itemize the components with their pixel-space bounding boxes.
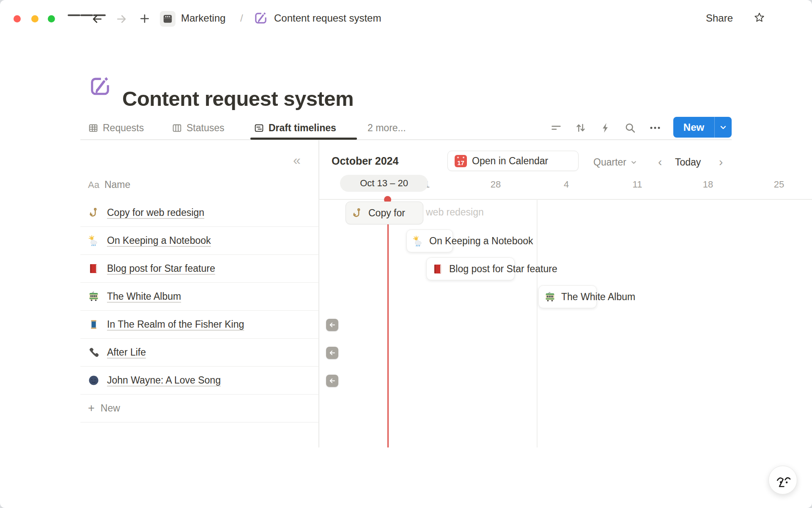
timeline-view-icon — [254, 123, 264, 133]
workspace-icon[interactable] — [160, 11, 176, 27]
thread-emoji-icon — [88, 319, 99, 330]
ai-face-icon — [774, 471, 792, 489]
timeline-card-the-white-album[interactable]: The White Album — [538, 285, 597, 308]
tab-more-views[interactable]: 2 more... — [368, 120, 406, 136]
plus-icon: + — [88, 403, 95, 414]
new-button-label[interactable]: New — [673, 117, 714, 138]
close-window-button[interactable] — [14, 15, 21, 22]
timeline-bar-copy-for-web-redesign[interactable]: Copy for — [346, 202, 423, 224]
tram-emoji-icon — [544, 291, 556, 303]
new-tab-plus-icon[interactable] — [139, 13, 151, 25]
breadcrumb-page[interactable]: Content request system — [274, 12, 381, 24]
board-view-icon — [172, 123, 182, 133]
arrow-left-icon — [328, 377, 336, 385]
red-book-emoji-icon — [88, 263, 99, 274]
grid-top-border — [319, 199, 812, 200]
name-column-header[interactable]: Name — [104, 179, 130, 190]
table-row[interactable]: On Keeping a Notebook — [80, 227, 318, 255]
breadcrumb-separator: / — [240, 12, 243, 24]
marketing-tile-icon — [162, 13, 173, 25]
new-button-dropdown[interactable] — [714, 117, 732, 138]
tab-requests[interactable]: Requests — [88, 120, 144, 136]
today-line — [387, 199, 389, 447]
arrow-left-icon — [328, 321, 336, 329]
chevron-down-icon — [630, 158, 638, 166]
timeline-zoom-select[interactable]: Quarter — [593, 157, 638, 168]
week-label: 11 — [625, 177, 650, 192]
timeline-bar-overflow-label: web redesign — [426, 207, 484, 218]
page-compose-icon — [254, 11, 268, 25]
forward-icon[interactable] — [115, 13, 128, 25]
view-options-icon[interactable] — [649, 121, 661, 134]
table-row[interactable]: John Wayne: A Love Song — [80, 367, 318, 395]
sun-rain-emoji-icon — [88, 235, 99, 246]
tab-statuses[interactable]: Statuses — [172, 120, 225, 136]
calendar-icon: 17 — [455, 155, 467, 167]
moon-face-emoji-icon — [88, 375, 99, 386]
prev-period-icon[interactable]: ‹ — [658, 155, 662, 169]
table-row[interactable]: Copy for web redesign — [80, 199, 318, 227]
week-label: 4 — [554, 177, 579, 192]
chevron-down-icon — [719, 123, 728, 132]
week-label: 18 — [695, 177, 721, 192]
property-type-icon: Aa — [88, 179, 99, 190]
notion-ai-button[interactable] — [768, 466, 797, 494]
search-icon[interactable] — [624, 121, 636, 134]
arrow-left-icon — [328, 349, 336, 357]
phone-emoji-icon — [88, 347, 99, 358]
tram-emoji-icon — [88, 291, 99, 302]
tab-draft-timelines[interactable]: Draft timelines — [254, 120, 336, 136]
sort-icon[interactable] — [574, 121, 587, 134]
hook-emoji-icon — [88, 207, 99, 218]
sun-rain-emoji-icon — [412, 235, 424, 247]
table-row[interactable]: In The Realm of the Fisher King — [80, 311, 318, 339]
week-label: 25 — [766, 177, 792, 192]
breadcrumb-workspace[interactable]: Marketing — [181, 12, 225, 24]
table-header[interactable]: Aa Name — [88, 179, 130, 190]
today-button[interactable]: Today — [675, 157, 701, 168]
open-in-calendar-button[interactable]: 17 Open in Calendar — [447, 151, 579, 171]
share-button[interactable]: Share — [706, 12, 733, 24]
table-row[interactable]: The White Album — [80, 283, 318, 311]
table-view-icon — [88, 123, 99, 133]
favorite-star-icon[interactable] — [754, 12, 765, 23]
zoom-window-button[interactable] — [48, 15, 55, 22]
next-period-icon[interactable]: › — [719, 155, 723, 169]
week-label: 28 — [483, 177, 508, 192]
jump-to-item-left-arrow[interactable] — [326, 319, 338, 331]
new-button[interactable]: New — [673, 117, 732, 138]
panel-divider — [318, 140, 319, 447]
filter-icon[interactable] — [550, 121, 562, 134]
new-row-button[interactable]: + New — [80, 395, 318, 422]
back-icon[interactable] — [91, 13, 104, 25]
jump-to-item-left-arrow[interactable] — [326, 375, 338, 387]
automation-bolt-icon[interactable] — [599, 121, 612, 134]
hook-emoji-icon — [351, 207, 363, 219]
page-title-icon[interactable] — [89, 75, 111, 97]
active-tab-underline — [250, 138, 357, 140]
timeline-month-label[interactable]: October 2024 — [332, 155, 398, 167]
jump-to-item-left-arrow[interactable] — [326, 347, 338, 359]
table-row[interactable]: Blog post for Star feature — [80, 255, 318, 283]
date-range-pill[interactable]: Oct 13 – 20 — [340, 175, 428, 192]
notion-window: Marketing / Content request system Share… — [0, 0, 812, 508]
minimize-window-button[interactable] — [31, 15, 38, 22]
page-title[interactable]: Content request system — [122, 87, 354, 110]
collapse-panel-icon[interactable]: « — [293, 153, 301, 167]
table-row[interactable]: After Life — [80, 339, 318, 367]
timeline-card-on-keeping-a-notebook[interactable]: On Keeping a Notebook — [406, 229, 453, 252]
timeline-card-blog-post-for-star-feature[interactable]: Blog post for Star feature — [426, 257, 515, 280]
tabbar-divider — [80, 139, 732, 140]
red-book-emoji-icon — [432, 263, 444, 275]
month-gridline — [537, 199, 538, 447]
